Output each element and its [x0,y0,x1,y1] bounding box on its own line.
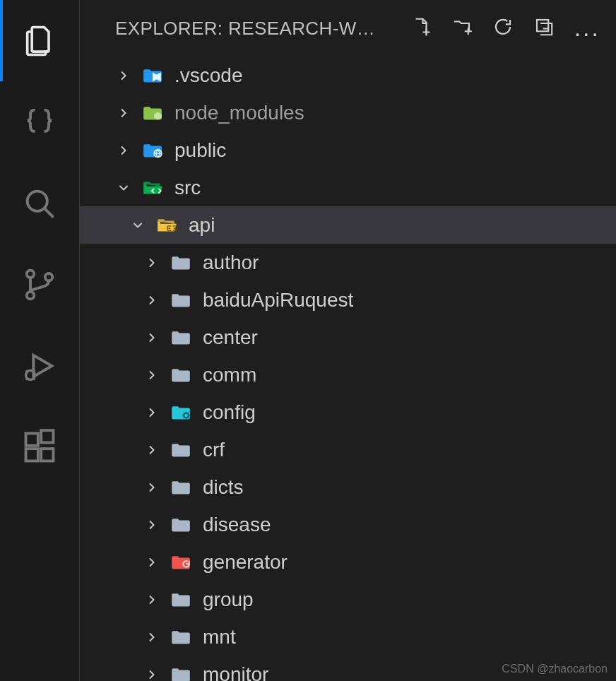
chevron-down-icon[interactable] [129,217,146,234]
chevron-right-icon[interactable] [143,479,160,496]
tree-row[interactable]: author [80,244,616,281]
new-folder-button[interactable] [451,16,473,40]
tree-row[interactable]: group [80,581,616,618]
activity-source-control[interactable] [0,244,79,325]
activity-search[interactable] [0,162,79,244]
activity-explorer[interactable] [0,0,79,81]
panel-title: EXPLORER: RESEARCH-W… [115,18,389,40]
svg-point-3 [45,273,52,280]
tree-row[interactable]: comm [80,356,616,393]
panel-actions: ... [410,16,600,40]
svg-rect-8 [41,430,53,442]
files-icon [21,23,58,59]
tree-row[interactable]: dicts [80,468,616,506]
tree-row-label: generator [203,551,288,574]
new-file-icon [410,16,432,37]
tree-row-label: config [203,401,256,424]
chevron-right-icon[interactable] [143,629,160,646]
more-actions-button[interactable]: ... [574,18,600,37]
folder-config-icon [170,403,191,422]
new-folder-icon [451,16,473,37]
folder-icon [170,441,191,459]
tree-row[interactable]: baiduApiRuquest [80,281,616,319]
svg-point-1 [27,270,34,277]
tree-row[interactable]: generator [80,543,616,581]
tree-row-label: comm [203,364,256,386]
activity-braces[interactable] [0,81,79,162]
chevron-right-icon[interactable] [143,554,160,571]
tree-row-label: api [189,214,215,237]
chevron-right-icon[interactable] [143,404,160,421]
tree-row-label: baiduApiRuquest [203,289,353,312]
chevron-right-icon[interactable] [115,67,132,84]
tree-row-label: monitor [203,663,268,682]
chevron-right-icon[interactable] [143,516,160,533]
tree-row-label: .vscode [174,64,243,87]
folder-icon [170,478,191,497]
activity-bar [0,0,80,681]
chevron-right-icon[interactable] [143,329,160,346]
explorer-panel: EXPLORER: RESEARCH-W… [80,0,616,681]
tree-row[interactable]: config [80,393,616,431]
refresh-button[interactable] [492,16,514,40]
chevron-right-icon[interactable] [143,254,160,271]
svg-point-2 [27,291,34,298]
file-tree[interactable]: .vscodenode_modules public src apiauthor… [80,57,616,681]
folder-icon [170,516,191,534]
tree-row[interactable]: public [80,131,616,169]
collapse-all-button[interactable] [533,16,555,40]
folder-icon [170,254,191,272]
chevron-right-icon[interactable] [143,442,160,458]
folder-icon [170,291,191,309]
tree-row-label: public [174,139,226,162]
activity-extensions[interactable] [0,406,79,487]
git-branch-icon [21,266,58,303]
tree-row-label: group [203,588,254,611]
tree-row[interactable]: src [80,169,616,206]
tree-row[interactable]: node_modules [80,94,616,131]
refresh-icon [492,16,514,37]
panel-header: EXPLORER: RESEARCH-W… [80,0,616,57]
tree-row-label: mnt [203,626,236,649]
tree-row-label: dicts [203,476,244,499]
folder-node-icon [142,104,163,122]
tree-row[interactable]: .vscode [80,57,616,94]
extensions-icon [21,429,58,466]
folder-vscode-icon [142,66,163,85]
folder-public-icon [142,141,163,160]
chevron-right-icon[interactable] [143,367,160,384]
chevron-right-icon[interactable] [143,292,160,309]
svg-rect-9 [537,20,548,31]
svg-rect-6 [26,449,38,461]
tree-row[interactable]: center [80,319,616,356]
tree-row-label: disease [203,514,271,536]
tree-row[interactable]: disease [80,506,616,543]
folder-icon [170,366,191,384]
chevron-right-icon[interactable] [115,142,132,159]
collapse-all-icon [533,16,555,37]
search-icon [21,185,58,222]
chevron-right-icon[interactable] [143,666,160,682]
tree-row[interactable]: mnt [80,618,616,656]
watermark: CSDN @zhaocarbon [502,663,608,675]
svg-point-0 [28,191,47,211]
new-file-button[interactable] [410,16,432,40]
braces-icon [21,104,58,141]
folder-icon [170,628,191,646]
tree-row-label: author [203,251,259,274]
svg-rect-5 [26,433,38,445]
tree-row-label: node_modules [174,102,304,124]
tree-row[interactable]: crf [80,431,616,468]
folder-src-icon [142,179,163,197]
chevron-down-icon[interactable] [115,179,132,196]
tree-row-label: src [174,177,201,199]
chevron-right-icon[interactable] [115,105,132,122]
play-bug-icon [21,348,58,384]
folder-icon [170,591,191,609]
activity-run-debug[interactable] [0,325,79,406]
folder-icon [170,665,191,682]
folder-generator-icon [170,553,191,572]
tree-row[interactable]: api [80,206,616,244]
tree-row-label: crf [203,439,225,461]
chevron-right-icon[interactable] [143,591,160,608]
